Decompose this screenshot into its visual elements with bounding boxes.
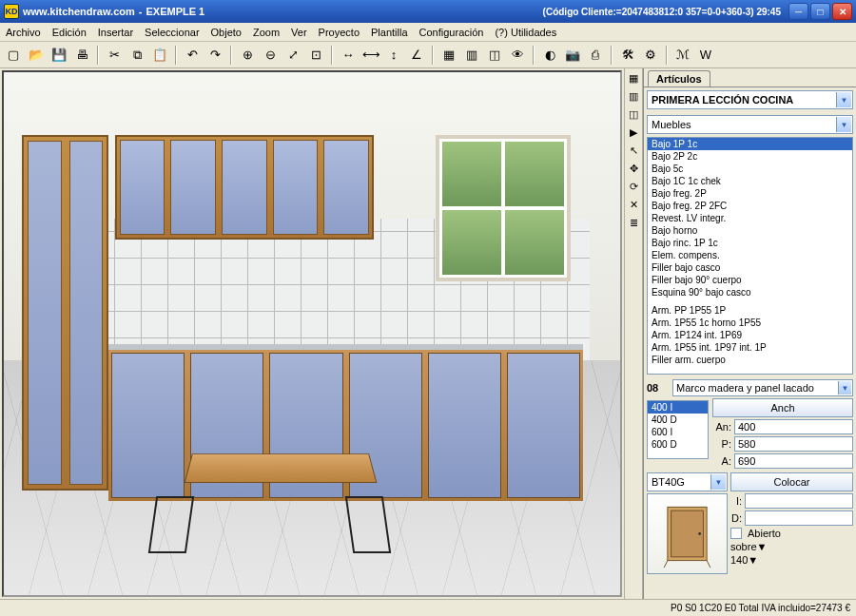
list-item[interactable]: Filler bajo casco xyxy=(648,261,852,274)
title-status: (Código Cliente:=2047483812:0 357=0-0+36… xyxy=(543,7,781,17)
menu-objeto[interactable]: Objeto xyxy=(211,27,242,38)
list-item[interactable]: Filler bajo 90° cuerpo xyxy=(648,274,852,286)
tab-articulos[interactable]: Artículos xyxy=(648,70,710,87)
chevron-down-icon: ▼ xyxy=(836,92,851,107)
input-an[interactable]: 400 xyxy=(734,419,853,434)
list-item[interactable]: Bajo horno xyxy=(648,224,852,237)
place-button[interactable]: Colocar xyxy=(730,472,853,491)
list-item[interactable]: Elem. compens. xyxy=(648,249,852,261)
view-top-icon[interactable]: ▦ xyxy=(439,46,458,65)
layers-icon[interactable]: ≣ xyxy=(626,215,641,230)
minimize-button[interactable]: ─ xyxy=(788,3,808,20)
list-item[interactable]: Esquina 90° bajo casco xyxy=(648,286,852,298)
settings-icon[interactable]: ⚙ xyxy=(641,46,660,65)
list-item[interactable]: Bajo 1P 1c xyxy=(648,138,852,150)
menu--utilidades[interactable]: (?) Utilidades xyxy=(495,27,556,38)
menu-edici-n[interactable]: Edición xyxy=(52,27,87,38)
size-item[interactable]: 600 I xyxy=(648,426,708,438)
list-item[interactable]: Arm. PP 1P55 1P xyxy=(648,304,852,317)
list-item[interactable]: Arm. 1P124 int. 1P69 xyxy=(648,329,852,341)
list-item[interactable]: Bajo 5c xyxy=(648,163,852,175)
category-combo[interactable]: Muebles ▼ xyxy=(647,115,853,134)
input-d[interactable] xyxy=(745,510,853,526)
menu-configuraci-n[interactable]: Configuración xyxy=(419,27,484,38)
item-listbox[interactable]: Bajo 1P 1cBajo 2P 2cBajo 5cBajo 1C 1c ch… xyxy=(647,137,853,375)
zoom-window-icon[interactable]: ⊡ xyxy=(306,46,325,65)
qty-combo[interactable]: 140▼ xyxy=(730,554,853,566)
save-icon[interactable]: 💾 xyxy=(49,46,68,65)
app-logo: KD xyxy=(4,4,19,19)
render-icon[interactable]: ◐ xyxy=(540,46,559,65)
zoom-fit-icon[interactable]: ⤢ xyxy=(283,46,302,65)
panel-tabs: Artículos xyxy=(644,68,856,87)
camera-icon[interactable]: 📷 xyxy=(563,46,582,65)
script-icon[interactable]: ℳ xyxy=(673,46,692,65)
size-item[interactable]: 400 D xyxy=(648,414,708,426)
anch-button[interactable]: Anch xyxy=(712,398,853,417)
sel-icon[interactable]: ↖ xyxy=(626,143,641,158)
plan-icon[interactable]: ▦ xyxy=(626,70,641,86)
list-item[interactable]: Bajo 1C 1c chek xyxy=(648,175,852,187)
menu-plantilla[interactable]: Plantilla xyxy=(371,27,408,38)
input-p[interactable]: 580 xyxy=(734,436,853,452)
dim-v-icon[interactable]: ↕ xyxy=(384,46,403,65)
move-icon[interactable]: ✥ xyxy=(626,161,641,176)
undo-icon[interactable]: ↶ xyxy=(183,46,202,65)
lesson-combo[interactable]: PRIMERA LECCIÓN COCINA ▼ xyxy=(647,90,853,109)
size-item[interactable]: 400 I xyxy=(648,401,708,414)
list-item[interactable]: Arm. 1P55 int. 1P97 int. 1P xyxy=(648,341,852,354)
menu-insertar[interactable]: Insertar xyxy=(98,27,133,38)
list-item[interactable]: Bajo freg. 2P xyxy=(648,187,852,200)
dim-h-icon[interactable]: ⟷ xyxy=(361,46,380,65)
title-bar: KD www.kitchendraw.com - EXEMPLE 1 (Códi… xyxy=(0,0,856,23)
list-item[interactable]: Arm. 1P55 1c horno 1P55 xyxy=(648,317,852,329)
menu-ver[interactable]: Ver xyxy=(291,27,307,38)
paste-icon[interactable]: 📋 xyxy=(150,46,169,65)
open-checkbox[interactable] xyxy=(730,528,742,539)
handle-combo[interactable]: sobre▼ xyxy=(730,541,853,552)
print-icon[interactable]: 🖶 xyxy=(72,46,91,65)
model-combo[interactable]: BT40G ▼ xyxy=(647,472,728,491)
input-a[interactable]: 690 xyxy=(734,453,853,469)
list-item[interactable]: Bajo freg. 2P 2FC xyxy=(648,200,852,212)
tools-icon[interactable]: 🛠 xyxy=(618,46,637,65)
maximize-button[interactable]: □ xyxy=(810,3,830,20)
snapshot-icon[interactable]: ⎙ xyxy=(586,46,605,65)
measure-icon[interactable]: ↔ xyxy=(339,46,358,65)
redo-icon[interactable]: ↷ xyxy=(205,46,224,65)
style-combo[interactable]: Marco madera y panel lacado ▼ xyxy=(672,379,853,396)
size-item[interactable]: 600 D xyxy=(648,438,708,451)
web-icon[interactable]: W xyxy=(696,46,715,65)
toolbar: ▢📂💾🖶✂⧉📋↶↷⊕⊖⤢⊡↔⟷↕∠▦▥◫👁◐📷⎙🛠⚙ℳW xyxy=(0,42,856,68)
walk-icon[interactable]: ▶ xyxy=(626,125,641,140)
list-item[interactable]: Bajo 2P 2c xyxy=(648,150,852,163)
elev-icon[interactable]: ▥ xyxy=(626,88,641,104)
angle-icon[interactable]: ∠ xyxy=(407,46,426,65)
list-item[interactable]: Alto 1P xyxy=(648,372,852,375)
menu-seleccionar[interactable]: Seleccionar xyxy=(145,27,199,38)
menu-zoom[interactable]: Zoom xyxy=(253,27,280,38)
view-persp-icon[interactable]: ◫ xyxy=(485,46,504,65)
viewport-3d[interactable] xyxy=(2,70,622,597)
new-icon[interactable]: ▢ xyxy=(4,46,23,65)
view-walk-icon[interactable]: 👁 xyxy=(508,46,527,65)
3d-icon[interactable]: ◫ xyxy=(626,106,641,122)
zoom-out-icon[interactable]: ⊖ xyxy=(261,46,280,65)
zoom-in-icon[interactable]: ⊕ xyxy=(238,46,257,65)
list-item[interactable]: Bajo rinc. 1P 1c xyxy=(648,237,852,249)
list-item[interactable]: Filler arm. cuerpo xyxy=(648,354,852,366)
copy-icon[interactable]: ⧉ xyxy=(127,46,146,65)
input-i[interactable] xyxy=(745,493,853,509)
cut-icon[interactable]: ✂ xyxy=(105,46,124,65)
label-p: P: xyxy=(712,438,731,450)
menu-archivo[interactable]: Archivo xyxy=(6,27,41,38)
svg-line-3 xyxy=(707,561,710,568)
rot-icon[interactable]: ⟳ xyxy=(626,179,641,194)
list-item[interactable]: Revest. LV integr. xyxy=(648,212,852,224)
view-elev-icon[interactable]: ▥ xyxy=(462,46,481,65)
close-button[interactable]: ✕ xyxy=(832,3,852,20)
del-icon[interactable]: ✕ xyxy=(626,197,641,212)
open-icon[interactable]: 📂 xyxy=(27,46,46,65)
menu-proyecto[interactable]: Proyecto xyxy=(319,27,360,38)
size-listbox[interactable]: 400 I400 D600 I600 D xyxy=(647,400,709,459)
